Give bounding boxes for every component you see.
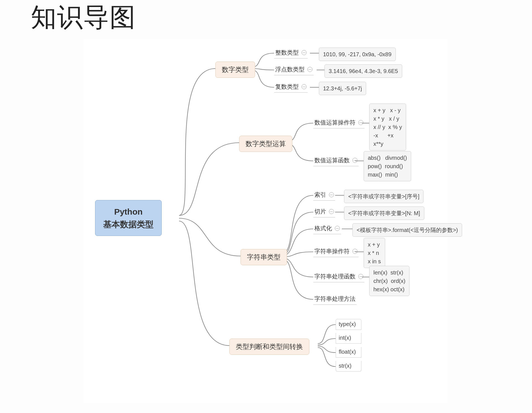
leaf-int-example: 1010, 99, -217, 0x9a, -0x89: [319, 48, 396, 61]
branch-str[interactable]: 字符串类型: [241, 249, 287, 265]
leaf-float-example: 3.1416, 96e4, 4.3e-3, 9.6E5: [324, 64, 402, 78]
collapse-icon[interactable]: [329, 192, 334, 197]
leaf-conv-type: type(x): [336, 319, 361, 330]
sub-str-format-label: 格式化: [314, 225, 332, 231]
sub-str-format[interactable]: 格式化: [313, 223, 341, 234]
sub-float-label: 浮点数类型: [275, 66, 305, 72]
leaf-conv-str: str(x): [336, 361, 361, 372]
collapse-icon[interactable]: [307, 67, 312, 72]
sub-num-fns[interactable]: 数值运算函数: [313, 155, 359, 166]
sub-str-methods-label: 字符串处理方法: [314, 295, 356, 302]
sub-str-slice-label: 切片: [314, 208, 326, 215]
mindmap-diagram: Python 基本数据类型 数字类型 数字类型运算 字符串类型 类型判断和类型间…: [84, 39, 448, 403]
collapse-icon[interactable]: [302, 84, 307, 89]
leaf-str-slice-example: <字符串或字符串变量>[N: M]: [344, 206, 424, 220]
collapse-icon[interactable]: [302, 50, 307, 55]
collapse-icon[interactable]: [352, 158, 357, 163]
root-line1: Python: [103, 205, 154, 218]
sub-str-index[interactable]: 索引: [313, 190, 335, 201]
collapse-icon[interactable]: [335, 226, 340, 231]
collapse-icon[interactable]: [358, 120, 363, 125]
sub-str-methods[interactable]: 字符串处理方法: [313, 294, 357, 305]
sub-num-ops[interactable]: 数值运算操作符: [313, 118, 364, 128]
root-line2: 基本数据类型: [103, 218, 154, 231]
leaf-num-fns-example: abs() divmod() pow() round() max() min(): [364, 151, 411, 181]
leaf-complex-example: 12.3+4j, -5.6+7j: [319, 82, 366, 95]
sub-str-ops-label: 字符串操作符: [314, 248, 350, 254]
sub-int[interactable]: 整数类型: [274, 48, 308, 58]
collapse-icon[interactable]: [358, 274, 363, 279]
sub-num-fns-label: 数值运算函数: [314, 157, 350, 163]
collapse-icon[interactable]: [329, 209, 334, 214]
sub-num-ops-label: 数值运算操作符: [314, 119, 356, 126]
sub-str-fns-label: 字符串处理函数: [314, 273, 356, 280]
sub-float[interactable]: 浮点数类型: [274, 64, 314, 75]
sub-str-index-label: 索引: [314, 191, 326, 198]
collapse-icon[interactable]: [352, 249, 357, 254]
sub-str-fns[interactable]: 字符串处理函数: [313, 271, 364, 282]
sub-int-label: 整数类型: [275, 49, 299, 56]
leaf-str-ops-example: x + y x * n x in s: [364, 238, 385, 268]
branch-numop[interactable]: 数字类型运算: [239, 136, 292, 152]
leaf-conv-int: int(x): [336, 333, 361, 344]
branch-num[interactable]: 数字类型: [215, 62, 255, 78]
leaf-str-index-example: <字符串或字符串变量>[序号]: [344, 190, 423, 203]
leaf-conv-float: float(x): [336, 347, 361, 358]
root-node[interactable]: Python 基本数据类型: [95, 200, 162, 236]
leaf-num-ops-example: x + y x - y x * y x / y x // y x % y -x …: [369, 104, 406, 151]
sub-complex-label: 复数类型: [275, 83, 299, 90]
sub-str-ops[interactable]: 字符串操作符: [313, 246, 359, 257]
sub-str-slice[interactable]: 切片: [313, 206, 335, 217]
branch-conv[interactable]: 类型判断和类型间转换: [229, 339, 309, 355]
page-title: 知识导图: [31, 0, 136, 35]
leaf-str-format-example: <模板字符串>.format(<逗号分隔的参数>): [352, 223, 462, 237]
leaf-str-fns-example: len(x) str(x) chr(x) ord(x) hex(x) oct(x…: [369, 266, 409, 296]
sub-complex[interactable]: 复数类型: [274, 82, 308, 93]
